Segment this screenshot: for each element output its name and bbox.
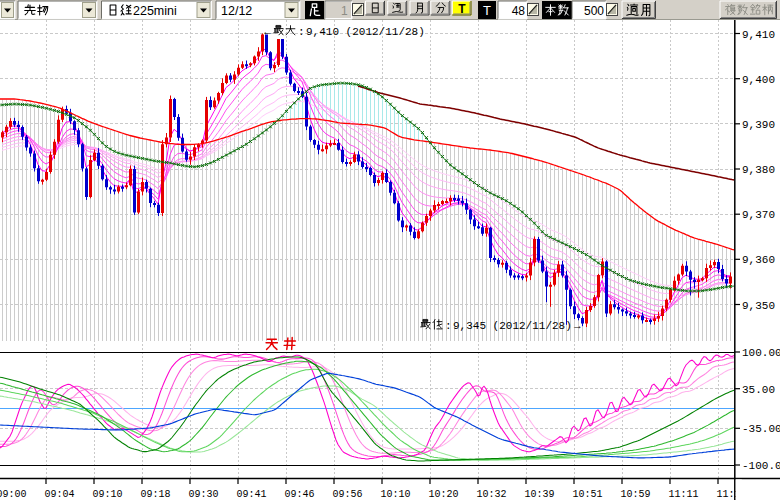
- svg-text::: :: [445, 320, 452, 332]
- svg-text:9,410 (2012/11/28): 9,410 (2012/11/28): [306, 26, 425, 38]
- svg-text:9,410: 9,410: [742, 29, 775, 41]
- svg-text:100.00: 100.00: [742, 347, 780, 359]
- svg-text:←: ←: [262, 25, 273, 37]
- svg-text:10:10: 10:10: [381, 489, 411, 500]
- svg-text:09:30: 09:30: [189, 489, 219, 500]
- svg-text:09:56: 09:56: [333, 489, 363, 500]
- svg-text:9,370: 9,370: [742, 209, 775, 221]
- svg-text:10:20: 10:20: [429, 489, 459, 500]
- svg-text:10:39: 10:39: [525, 489, 555, 500]
- svg-text:500: 500: [584, 4, 604, 18]
- svg-text:9,400: 9,400: [742, 74, 775, 86]
- svg-text:48: 48: [512, 4, 526, 18]
- svg-text:9,360: 9,360: [742, 254, 775, 266]
- svg-text:09:10: 09:10: [93, 489, 123, 500]
- svg-text:225mini: 225mini: [133, 4, 177, 18]
- svg-text:-35.00: -35.00: [742, 423, 780, 435]
- svg-text:09:00: 09:00: [0, 489, 27, 500]
- svg-text:10:59: 10:59: [621, 489, 651, 500]
- svg-text:9,350: 9,350: [742, 300, 775, 312]
- svg-text:→: →: [572, 319, 583, 331]
- svg-text:09:46: 09:46: [285, 489, 315, 500]
- svg-text:10:51: 10:51: [573, 489, 603, 500]
- svg-text:11:11: 11:11: [669, 489, 699, 500]
- svg-text:-100.00: -100.00: [742, 460, 780, 472]
- svg-text::: :: [298, 26, 305, 38]
- svg-text:09:04: 09:04: [45, 489, 75, 500]
- svg-text:12/12: 12/12: [221, 4, 252, 18]
- svg-text:9,390: 9,390: [742, 119, 775, 131]
- svg-text:T: T: [483, 3, 491, 18]
- svg-text:09:41: 09:41: [237, 489, 267, 500]
- svg-text:10:32: 10:32: [477, 489, 507, 500]
- svg-text:9,345 (2012/11/28): 9,345 (2012/11/28): [453, 320, 572, 332]
- svg-text:1: 1: [341, 4, 348, 18]
- svg-text:T: T: [458, 2, 466, 16]
- svg-text:9,380: 9,380: [742, 164, 775, 176]
- svg-text:35.00: 35.00: [742, 384, 775, 396]
- svg-text:09:18: 09:18: [141, 489, 171, 500]
